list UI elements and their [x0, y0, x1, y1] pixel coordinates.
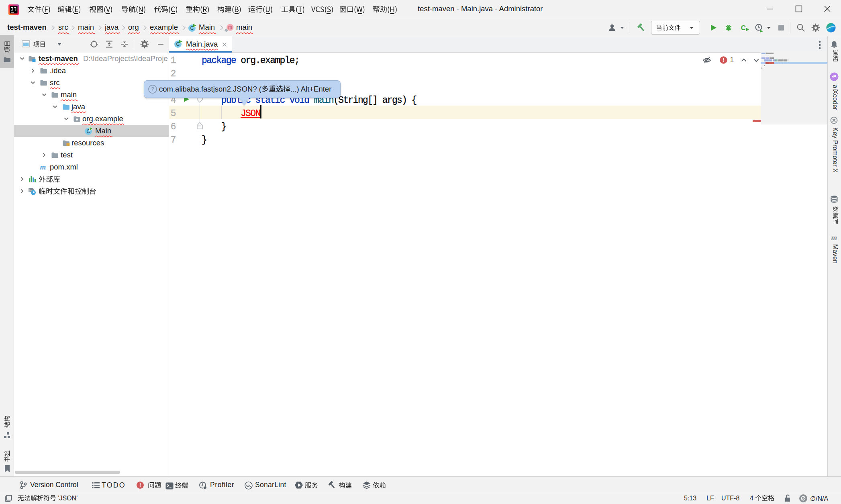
svg-text:m: m [228, 24, 232, 30]
svg-text:?: ? [151, 86, 154, 92]
svg-text:m: m [40, 163, 46, 171]
svg-text:m: m [831, 233, 837, 242]
svg-text:C: C [741, 24, 746, 32]
